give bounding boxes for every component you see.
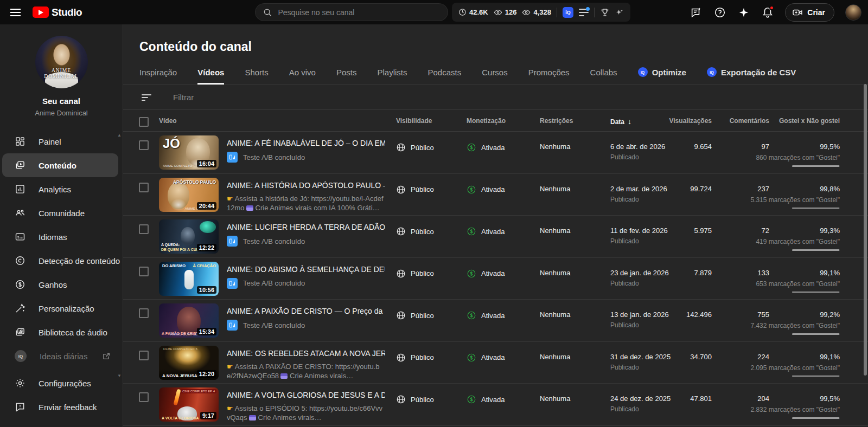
sidebar-item-painel[interactable]: Painel bbox=[0, 130, 123, 153]
video-title[interactable]: ANIME: A PAIXÃO DE CRISTO — O Preço da S… bbox=[227, 307, 385, 315]
row-checkbox[interactable] bbox=[139, 224, 149, 234]
sidebar-item-ganhos[interactable]: Ganhos bbox=[0, 273, 123, 296]
tab-videos[interactable]: Vídeos bbox=[197, 68, 224, 85]
header-visibility[interactable]: Visibilidade bbox=[396, 117, 432, 125]
tab-posts[interactable]: Posts bbox=[336, 68, 357, 85]
tab-podcasts[interactable]: Podcasts bbox=[428, 68, 462, 85]
video-thumbnail[interactable]: DO ABISMO À CRIAÇÃO 10:56 bbox=[159, 262, 219, 296]
table-row[interactable]: DO ABISMO À CRIAÇÃO 10:56 ANIME: DO ABIS… bbox=[123, 258, 868, 300]
video-thumbnail[interactable]: A QUEDA: DE QUEM FOI A CULPA? 12:22 bbox=[159, 219, 219, 254]
row-checkbox[interactable] bbox=[139, 308, 149, 318]
filter-bar[interactable]: Filtrar bbox=[123, 85, 868, 110]
vertical-scrollbar[interactable] bbox=[864, 84, 867, 376]
row-checkbox[interactable] bbox=[139, 392, 149, 402]
sidebar-item-idiomas[interactable]: Idiomas bbox=[0, 225, 123, 249]
tab-vidiq-export-csv[interactable]: iQ Exportação de CSV bbox=[707, 67, 796, 85]
restrictions-cell[interactable]: Nenhuma bbox=[540, 143, 570, 151]
sidebar-item-conteudo[interactable]: Conteúdo bbox=[2, 153, 118, 177]
sparkle-icon[interactable] bbox=[615, 8, 624, 17]
sidebar-item-comunidade[interactable]: Comunidade bbox=[0, 201, 123, 225]
restrictions-cell[interactable]: Nenhuma bbox=[540, 310, 570, 319]
create-button[interactable]: Criar bbox=[785, 3, 834, 22]
sidebar-item-personalizacao[interactable]: Personalização bbox=[0, 296, 123, 320]
row-checkbox[interactable] bbox=[139, 140, 149, 150]
video-thumbnail[interactable]: FILME COMPLETO EP. 5 A NOVA JERUSALÉM 12… bbox=[159, 346, 219, 380]
header-video[interactable]: Vídeo bbox=[159, 117, 177, 125]
ranking-list-icon[interactable] bbox=[579, 9, 589, 16]
row-checkbox[interactable] bbox=[139, 351, 149, 360]
tab-vidiq-optimize[interactable]: iQ Optimize bbox=[638, 67, 686, 85]
video-title[interactable]: ANIME: A FÉ INABALÁVEL DE JÓ – O DIA EM … bbox=[227, 139, 385, 147]
tab-collabs[interactable]: Collabs bbox=[590, 68, 617, 85]
video-title[interactable]: ANIME: A HISTÓRIA DO APÓSTOLO PAULO – DA… bbox=[227, 181, 385, 190]
sidebar-item-enviar-feedback[interactable]: Enviar feedback bbox=[0, 395, 123, 419]
video-title[interactable]: ANIME: LUCIFER HERDA A TERRA DE ADÃO! | … bbox=[227, 223, 385, 231]
sparkle-star-icon[interactable] bbox=[737, 6, 750, 19]
vidiq-stats-bar[interactable]: 42.6K 126 4,328 iQ bbox=[452, 3, 630, 22]
monetization-cell[interactable]: Ativada bbox=[467, 269, 505, 279]
sidebar-item-configuracoes[interactable]: Configurações bbox=[0, 371, 123, 395]
video-thumbnail[interactable]: JÓ ANIME COMPLETO 16:04 bbox=[159, 135, 219, 170]
restrictions-cell[interactable]: Nenhuma bbox=[540, 185, 570, 193]
visibility-cell[interactable]: Público bbox=[396, 310, 434, 320]
sidebar-scroll-down[interactable]: ▼ bbox=[117, 373, 122, 378]
video-thumbnail[interactable]: APÓSTOLO PAULO ANIME COMPLETO 20:44 bbox=[159, 178, 219, 212]
restrictions-cell[interactable]: Nenhuma bbox=[540, 269, 570, 277]
monetization-cell[interactable]: Ativada bbox=[467, 394, 505, 404]
video-thumbnail[interactable]: CINE COMPLETO EP. 4 A VOLTA GLORIOSA 9:1… bbox=[159, 387, 219, 422]
sidebar-item-analytics[interactable]: Analytics bbox=[0, 177, 123, 201]
monetization-cell[interactable]: Ativada bbox=[467, 310, 505, 320]
youtube-studio-logo[interactable]: Studio bbox=[33, 7, 82, 18]
restrictions-cell[interactable]: Nenhuma bbox=[540, 227, 570, 235]
visibility-cell[interactable]: Público bbox=[396, 227, 434, 236]
visibility-cell[interactable]: Público bbox=[396, 394, 434, 404]
select-all-checkbox[interactable] bbox=[139, 117, 149, 127]
restrictions-cell[interactable]: Nenhuma bbox=[540, 353, 570, 361]
tab-shorts[interactable]: Shorts bbox=[245, 68, 268, 85]
tab-promocoes[interactable]: Promoções bbox=[528, 68, 570, 85]
monetization-cell[interactable]: Ativada bbox=[467, 353, 505, 363]
sidebar-item-biblioteca-audio[interactable]: Biblioteca de áudio bbox=[0, 320, 123, 344]
search-bar[interactable] bbox=[255, 3, 448, 21]
feedback-chat-icon[interactable] bbox=[690, 6, 703, 19]
monetization-cell[interactable]: Ativada bbox=[467, 185, 505, 195]
video-thumbnail[interactable]: A PAIXÃO DE CRISTO ANIME COMPLETO 15:34 bbox=[159, 303, 219, 338]
trophy-icon[interactable] bbox=[600, 8, 610, 17]
monetization-cell[interactable]: Ativada bbox=[467, 143, 505, 152]
sidebar-item-deteccao[interactable]: Detecção de conteúdo bbox=[0, 249, 123, 273]
tab-inspiracao[interactable]: Inspiração bbox=[139, 68, 177, 85]
tab-ao-vivo[interactable]: Ao vivo bbox=[289, 68, 316, 85]
visibility-cell[interactable]: Público bbox=[396, 143, 434, 152]
row-checkbox[interactable] bbox=[139, 183, 149, 192]
header-comments[interactable]: Comentários bbox=[730, 117, 769, 125]
video-title[interactable]: ANIME: DO ABISMO À SEMELHANÇA DE DEUS | … bbox=[227, 265, 385, 274]
video-title[interactable]: ANIME: A VOLTA GLORIOSA DE JESUS E A DER… bbox=[227, 391, 385, 399]
header-likes[interactable]: Gostei x Não gostei bbox=[779, 117, 840, 125]
tab-playlists[interactable]: Playlists bbox=[377, 68, 407, 85]
sidebar-scroll-up[interactable]: ▲ bbox=[117, 133, 122, 138]
vidiq-icon[interactable]: iQ bbox=[563, 7, 573, 18]
sidebar-item-ideais-diarias[interactable]: iQ Ideais diárias bbox=[0, 344, 123, 368]
menu-hamburger-icon[interactable] bbox=[0, 12, 30, 13]
restrictions-cell[interactable]: Nenhuma bbox=[540, 394, 570, 403]
table-row[interactable]: A PAIXÃO DE CRISTO ANIME COMPLETO 15:34 … bbox=[123, 300, 868, 342]
table-row[interactable]: APÓSTOLO PAULO ANIME COMPLETO 20:44 ANIM… bbox=[123, 174, 868, 216]
header-monetization[interactable]: Monetização bbox=[467, 117, 506, 125]
tab-cursos[interactable]: Cursos bbox=[482, 68, 508, 85]
channel-avatar[interactable]: ANIME DOMINICAL bbox=[35, 36, 88, 88]
table-row[interactable]: FILME COMPLETO EP. 5 A NOVA JERUSALÉM 12… bbox=[123, 342, 868, 384]
header-views[interactable]: Visualizações bbox=[669, 117, 712, 125]
visibility-cell[interactable]: Público bbox=[396, 185, 434, 195]
table-row[interactable]: JÓ ANIME COMPLETO 16:04 ANIME: A FÉ INAB… bbox=[123, 132, 868, 174]
video-title[interactable]: ANIME: OS REBELDES ATACAM A NOVA JERUSAL… bbox=[227, 349, 385, 358]
notifications-bell-icon[interactable] bbox=[761, 6, 774, 19]
monetization-cell[interactable]: Ativada bbox=[467, 227, 505, 236]
table-row[interactable]: CINE COMPLETO EP. 4 A VOLTA GLORIOSA 9:1… bbox=[123, 384, 868, 426]
header-restrictions[interactable]: Restrições bbox=[540, 117, 573, 125]
account-avatar[interactable] bbox=[845, 4, 861, 21]
help-icon[interactable] bbox=[713, 6, 726, 19]
visibility-cell[interactable]: Público bbox=[396, 353, 434, 363]
visibility-cell[interactable]: Público bbox=[396, 269, 434, 279]
table-row[interactable]: A QUEDA: DE QUEM FOI A CULPA? 12:22 ANIM… bbox=[123, 216, 868, 258]
header-date-sorted[interactable]: Data↓ bbox=[610, 117, 631, 126]
